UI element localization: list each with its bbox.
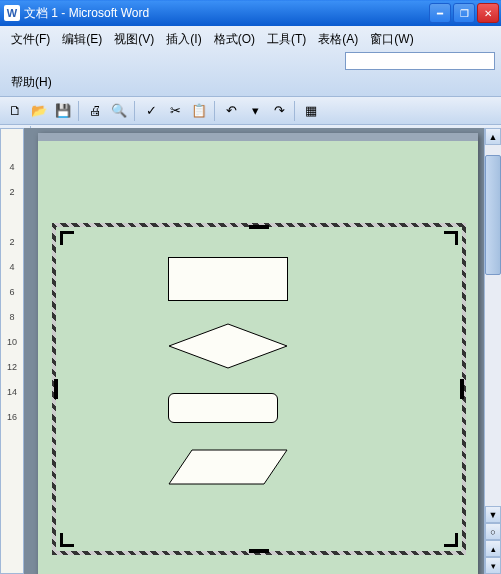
menu-edit[interactable]: 编辑(E) <box>57 29 107 50</box>
ruler-tick: 6 <box>1 279 23 304</box>
canvas-corner-bl[interactable] <box>60 531 76 547</box>
print-icon[interactable]: 🖨 <box>84 100 106 122</box>
table-icon[interactable]: ▦ <box>300 100 322 122</box>
scroll-down-icon[interactable]: ▼ <box>485 506 501 523</box>
canvas-handle-top[interactable] <box>249 225 269 229</box>
menu-help[interactable]: 帮助(H) <box>6 72 495 93</box>
ruler-tick: 14 <box>1 379 23 404</box>
chevron-down-icon[interactable]: ▾ <box>244 100 266 122</box>
separator <box>214 101 216 121</box>
page[interactable] <box>38 133 478 574</box>
menu-insert[interactable]: 插入(I) <box>161 29 206 50</box>
vertical-ruler[interactable]: 42246810121416 <box>0 128 24 574</box>
ruler-tick <box>1 204 23 229</box>
menu-table[interactable]: 表格(A) <box>313 29 363 50</box>
prev-page-icon[interactable]: ▴ <box>485 540 501 557</box>
separator <box>134 101 136 121</box>
canvas-handle-bottom[interactable] <box>249 549 269 553</box>
minimize-button[interactable]: ━ <box>429 3 451 23</box>
next-page-icon[interactable]: ▾ <box>485 557 501 574</box>
menu-tools[interactable]: 工具(T) <box>262 29 311 50</box>
menubar: 文件(F) 编辑(E) 视图(V) 插入(I) 格式(O) 工具(T) 表格(A… <box>0 26 501 97</box>
scroll-track[interactable] <box>485 145 501 506</box>
ruler-tick <box>1 129 23 154</box>
help-search-input[interactable] <box>345 52 495 70</box>
scroll-up-icon[interactable]: ▲ <box>485 128 501 145</box>
shape-rectangle[interactable] <box>168 257 288 301</box>
canvas-corner-tr[interactable] <box>442 231 458 247</box>
vertical-scrollbar[interactable]: ▲ ▼ ○ ▴ ▾ <box>484 128 501 574</box>
open-icon[interactable]: 📂 <box>28 100 50 122</box>
new-doc-icon[interactable]: 🗋 <box>4 100 26 122</box>
scroll-thumb[interactable] <box>485 155 501 275</box>
ruler-tick: 2 <box>1 179 23 204</box>
menu-window[interactable]: 窗口(W) <box>365 29 418 50</box>
page-top-margin <box>38 133 478 141</box>
ruler-tick: 10 <box>1 329 23 354</box>
browse-object-icon[interactable]: ○ <box>485 523 501 540</box>
svg-marker-1 <box>169 450 287 484</box>
canvas-handle-left[interactable] <box>54 379 58 399</box>
ruler-tick: 16 <box>1 404 23 429</box>
save-icon[interactable]: 💾 <box>52 100 74 122</box>
titlebar: W 文档 1 - Microsoft Word ━ ❐ ✕ <box>0 0 501 26</box>
ruler-tick: 12 <box>1 354 23 379</box>
ruler-tick: 4 <box>1 154 23 179</box>
canvas-handle-right[interactable] <box>460 379 464 399</box>
shape-parallelogram[interactable] <box>168 449 288 485</box>
redo-icon[interactable]: ↷ <box>268 100 290 122</box>
canvas-corner-br[interactable] <box>442 531 458 547</box>
menu-file[interactable]: 文件(F) <box>6 29 55 50</box>
standard-toolbar: 🗋 📂 💾 🖨 🔍 ✓ ✂ 📋 ↶ ▾ ↷ ▦ <box>0 97 501 125</box>
close-button[interactable]: ✕ <box>477 3 499 23</box>
document-area[interactable] <box>24 128 484 574</box>
undo-icon[interactable]: ↶ <box>220 100 242 122</box>
paste-icon[interactable]: 📋 <box>188 100 210 122</box>
separator <box>294 101 296 121</box>
maximize-button[interactable]: ❐ <box>453 3 475 23</box>
cut-icon[interactable]: ✂ <box>164 100 186 122</box>
canvas-corner-tl[interactable] <box>60 231 76 247</box>
ruler-tick: 8 <box>1 304 23 329</box>
window-title: 文档 1 - Microsoft Word <box>24 5 429 22</box>
ruler-tick: 2 <box>1 229 23 254</box>
shape-rounded-rectangle[interactable] <box>168 393 278 423</box>
spell-icon[interactable]: ✓ <box>140 100 162 122</box>
menu-view[interactable]: 视图(V) <box>109 29 159 50</box>
svg-marker-0 <box>169 324 287 368</box>
app-icon: W <box>4 5 20 21</box>
preview-icon[interactable]: 🔍 <box>108 100 130 122</box>
menu-format[interactable]: 格式(O) <box>209 29 260 50</box>
shape-diamond[interactable] <box>168 323 288 369</box>
separator <box>78 101 80 121</box>
ruler-tick: 4 <box>1 254 23 279</box>
